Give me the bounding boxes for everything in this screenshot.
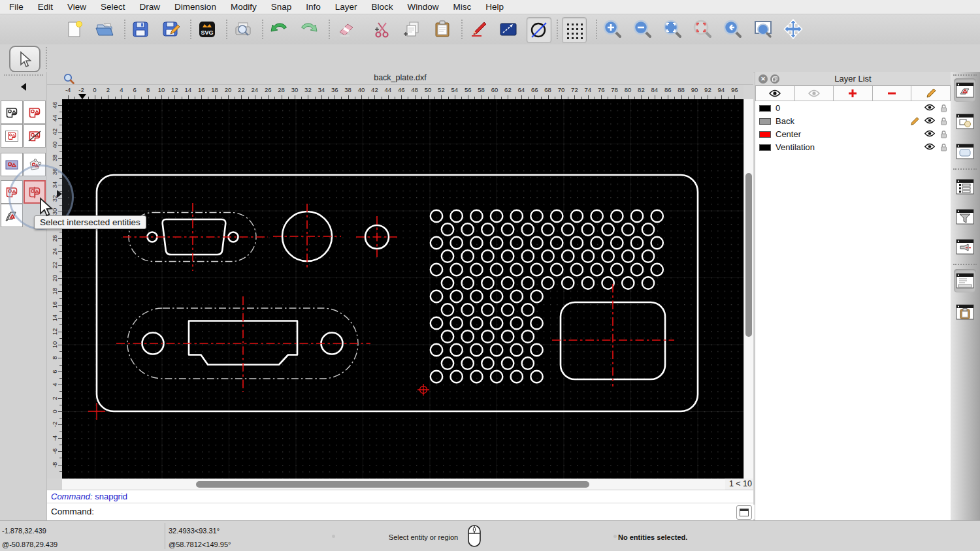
print-preview-button[interactable] — [231, 17, 255, 42]
pen-button[interactable] — [466, 17, 490, 42]
command-options-button[interactable] — [736, 505, 752, 520]
layer-row-ventilation[interactable]: Ventilation — [755, 141, 951, 154]
hide-all-layers-button[interactable] — [795, 86, 834, 101]
ruler-label: 12 — [171, 86, 178, 93]
select-entity-button[interactable] — [1, 101, 23, 124]
ruler-label: 6 — [51, 370, 58, 373]
invert-selection-button[interactable] — [24, 153, 46, 176]
menu-info[interactable]: Info — [306, 2, 328, 12]
layer-row-0[interactable]: 0 — [755, 102, 951, 115]
snap-grid-button[interactable] — [562, 17, 587, 43]
vertical-scrollbar[interactable] — [743, 99, 753, 479]
menu-modify[interactable]: Modify — [231, 2, 264, 12]
layer-lock-icon[interactable] — [940, 104, 947, 112]
dock-handle[interactable] — [4, 74, 43, 76]
edit-layer-button[interactable] — [911, 86, 951, 101]
horizontal-scrollbar[interactable] — [62, 479, 725, 490]
menu-help[interactable]: Help — [485, 2, 511, 12]
zoom-in-button[interactable] — [601, 17, 625, 42]
ruler-label: 66 — [531, 86, 538, 93]
export-svg-button[interactable]: SVG — [195, 17, 219, 42]
tool-options-bar — [0, 44, 980, 72]
cut-button[interactable] — [370, 17, 394, 42]
select-window-button[interactable] — [1, 124, 23, 148]
layer-lock-icon[interactable] — [940, 143, 947, 151]
command-input[interactable] — [95, 505, 777, 519]
menu-file[interactable]: File — [9, 2, 31, 12]
cad-drawing[interactable] — [62, 99, 743, 479]
save-button[interactable] — [129, 17, 152, 42]
horizontal-scrollbar-thumb[interactable] — [196, 481, 589, 488]
save-as-button[interactable] — [159, 17, 183, 42]
zoom-out-button[interactable] — [631, 17, 655, 42]
show-all-layers-button[interactable] — [755, 86, 795, 101]
deselect-entity-button[interactable] — [24, 101, 46, 124]
layer-lock-icon[interactable] — [940, 130, 947, 138]
layer-visible-icon[interactable] — [924, 130, 935, 137]
new-document-button[interactable] — [62, 17, 86, 42]
layer-row-center[interactable]: Center — [755, 128, 951, 141]
layer-visible-icon[interactable] — [924, 117, 935, 124]
menu-select[interactable]: Select — [101, 2, 133, 12]
ruler-label: 22 — [51, 261, 58, 268]
command-line-dock-button[interactable] — [954, 269, 976, 292]
layer-visible-icon[interactable] — [924, 143, 935, 150]
menu-snap[interactable]: Snap — [271, 2, 299, 12]
menu-block[interactable]: Block — [372, 2, 400, 12]
ruler-label: 16 — [198, 86, 205, 93]
ruler-label: 10 — [158, 86, 165, 93]
zoom-auto-button[interactable] — [661, 17, 685, 42]
layer-row-back[interactable]: Back — [755, 115, 951, 128]
menu-misc[interactable]: Misc — [453, 2, 479, 12]
pen-dock-button[interactable] — [954, 235, 976, 259]
layer-list-titlebar[interactable]: ✕ Layer List — [755, 72, 951, 86]
select-tool-button[interactable] — [9, 46, 41, 72]
menu-view[interactable]: View — [67, 2, 93, 12]
open-file-button[interactable] — [93, 17, 116, 42]
menu-edit[interactable]: Edit — [38, 2, 60, 12]
menu-layer[interactable]: Layer — [335, 2, 365, 12]
redo-button[interactable] — [297, 17, 321, 42]
copy-button[interactable] — [400, 17, 424, 42]
document-titlebar[interactable]: back_plate.dxf — [47, 72, 753, 85]
clipboard-dock-button[interactable] — [954, 300, 976, 324]
snap-free-button[interactable] — [527, 17, 551, 43]
zoom-window-button[interactable] — [751, 17, 775, 42]
zoom-previous-button[interactable] — [721, 17, 745, 42]
menu-draw[interactable]: Draw — [140, 2, 168, 12]
delete-button[interactable] — [335, 17, 358, 42]
select-all-button[interactable] — [1, 153, 23, 176]
block-list-dock-button[interactable] — [954, 110, 976, 133]
paste-button[interactable] — [431, 17, 454, 42]
menu-dimension[interactable]: Dimension — [174, 2, 223, 12]
application-window: FileEditViewSelectDrawDimensionModifySna… — [0, 0, 980, 551]
select-intersected-icon — [27, 186, 42, 198]
undo-button[interactable] — [267, 17, 291, 42]
select-contour-button[interactable] — [1, 180, 23, 204]
zoom-pan-button[interactable] — [781, 17, 805, 42]
ruler-label: 50 — [425, 86, 432, 93]
entity-list-dock-button[interactable] — [954, 175, 976, 198]
remove-layer-button[interactable] — [873, 86, 912, 101]
drawing-canvas[interactable] — [62, 99, 743, 479]
line-arrow-button[interactable] — [497, 17, 520, 42]
zoom-selection-button[interactable] — [691, 17, 715, 42]
zoom-selection-icon — [693, 19, 713, 40]
layer-list-title: Layer List — [755, 74, 951, 84]
toolbar-separator — [461, 20, 463, 39]
pencil-icon — [468, 20, 488, 39]
ruler-label: 2 — [51, 396, 58, 400]
layer-list-dock-button[interactable] — [954, 78, 976, 102]
menu-window[interactable]: Window — [408, 2, 446, 12]
deselect-window-button[interactable] — [24, 124, 46, 148]
ruler-label: 18 — [51, 288, 58, 295]
layer-visible-icon[interactable] — [924, 104, 935, 111]
back-to-main-menu-button[interactable] — [0, 80, 47, 94]
vertical-scrollbar-thumb[interactable] — [745, 173, 752, 337]
filter-dock-button[interactable] — [954, 205, 976, 228]
add-layer-button[interactable] — [834, 86, 873, 101]
ruler-label: 4 — [120, 86, 123, 93]
library-browser-dock-button[interactable] — [954, 140, 976, 163]
deselect-layer-button[interactable] — [1, 204, 23, 227]
layer-lock-icon[interactable] — [940, 117, 947, 125]
